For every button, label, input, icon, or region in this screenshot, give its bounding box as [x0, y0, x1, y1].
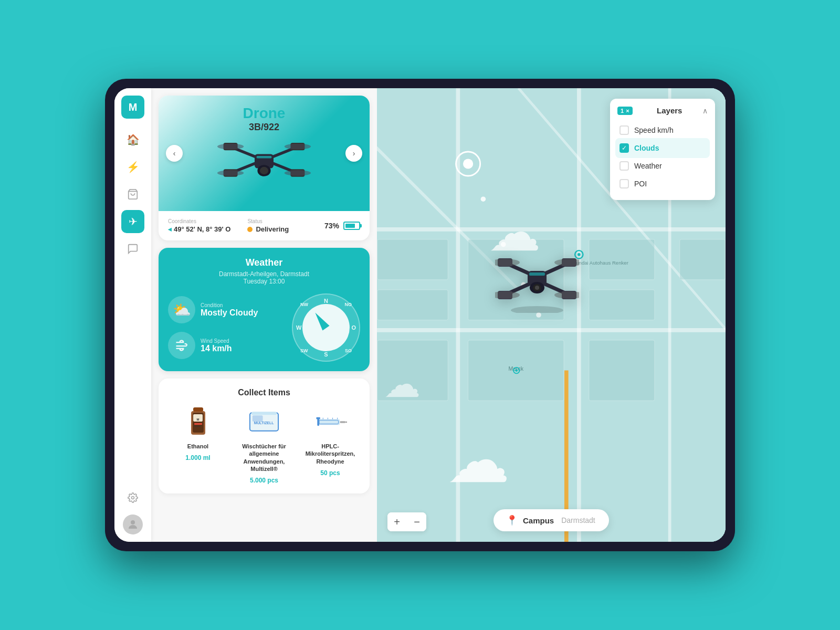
layer-label-speed: Speed km/h	[634, 126, 674, 134]
item-img-wipes: MULTIZELL	[247, 405, 281, 438]
layers-header: 1 × Layers ∧	[617, 106, 708, 115]
map-location-bar: 📍 Campus Darmstadt	[494, 509, 609, 531]
status-value: Delivering	[247, 225, 289, 233]
layer-item-clouds[interactable]: ✓ Clouds	[615, 138, 710, 158]
location-darmstadt: Darmstadt	[561, 516, 595, 524]
weather-card: Weather Darmstadt-Arheilgen, Darmstadt T…	[159, 248, 370, 371]
drone-title-block: Drone 3B/922	[159, 105, 370, 133]
sidebar-item-drone[interactable]: ✈	[121, 210, 144, 233]
wind-value: 14 km/h	[201, 344, 232, 353]
layers-chevron[interactable]: ∧	[702, 107, 708, 115]
prev-arrow[interactable]: ‹	[166, 145, 183, 162]
settings-icon[interactable]	[121, 486, 144, 509]
svg-point-14	[217, 144, 244, 150]
map-drone	[495, 247, 579, 310]
location-campus: Campus	[523, 516, 554, 525]
drone-image	[217, 122, 311, 201]
svg-rect-35	[340, 421, 345, 423]
svg-point-81	[495, 259, 520, 266]
zoom-out-button[interactable]: −	[407, 512, 426, 531]
collect-item-syringe: HPLC-Mikroliterspritzen, Rheodyne 50 pcs	[300, 405, 360, 484]
item-img-syringe	[313, 405, 347, 438]
sidebar-item-flash[interactable]: ⚡	[121, 155, 144, 178]
compass-inner	[302, 304, 350, 351]
svg-point-65	[481, 196, 486, 202]
drone-card: Drone 3B/922	[159, 96, 370, 240]
item-img-ethanol: M	[181, 405, 215, 438]
layer-item-weather[interactable]: Weather	[617, 157, 708, 175]
layer-checkbox-clouds[interactable]: ✓	[620, 143, 629, 153]
svg-point-63	[515, 369, 518, 372]
svg-point-82	[554, 259, 579, 266]
item-name-syringe: HPLC-Mikroliterspritzen, Rheodyne	[300, 443, 360, 465]
location-pin-icon: 📍	[506, 514, 518, 526]
compass-w: W	[296, 324, 301, 331]
coord-value: ◂ 49° 52' N, 8° 39' O	[168, 225, 230, 233]
collect-items: M Ethanol 1.000 ml	[168, 405, 360, 484]
svg-rect-18	[257, 156, 272, 159]
item-qty-wipes: 5.000 pcs	[250, 477, 278, 484]
layer-label-weather: Weather	[634, 162, 662, 170]
layer-checkbox-speed[interactable]	[620, 125, 629, 135]
status-label: Status	[247, 218, 289, 224]
layer-item-poi[interactable]: POI	[617, 175, 708, 193]
left-panel: Drone 3B/922	[151, 88, 377, 542]
sidebar: M 🏠 ⚡ ✈	[114, 88, 151, 542]
map-area[interactable]: Merck Hyundai Autohaus Renker Klein...	[377, 88, 726, 542]
svg-rect-56	[589, 340, 655, 401]
svg-point-72	[511, 306, 563, 313]
svg-rect-19	[193, 407, 203, 412]
svg-rect-25	[194, 426, 201, 427]
svg-point-83	[495, 291, 520, 299]
weather-title: Weather	[168, 257, 360, 268]
compass-e: O	[351, 324, 356, 331]
svg-text:MULTIZELL: MULTIZELL	[254, 421, 274, 424]
cloud-overlay-mid: ☁	[384, 363, 421, 406]
wind-label: Wind Speed	[201, 338, 232, 344]
layer-item-speed[interactable]: Speed km/h	[617, 121, 708, 139]
layers-badge: 1 ×	[617, 107, 633, 115]
tablet-frame: M 🏠 ⚡ ✈	[105, 79, 735, 551]
user-avatar[interactable]	[123, 514, 143, 534]
compass-s: S	[324, 351, 328, 358]
compass-nw: NW	[300, 302, 308, 307]
coord-icon: ◂	[168, 225, 172, 233]
svg-rect-53	[680, 239, 725, 280]
drone-card-footer: Coordinates ◂ 49° 52' N, 8° 39' O Status…	[159, 211, 370, 240]
collect-title: Collect Items	[168, 388, 360, 397]
condition-label: Condition	[201, 302, 258, 308]
sidebar-bottom	[121, 486, 144, 534]
collect-item-wipes: MULTIZELL Wischtücher für allgemeine Anw…	[234, 405, 294, 484]
status-block: Status Delivering	[247, 218, 289, 233]
next-arrow[interactable]: ›	[345, 145, 362, 162]
compass: N S W O NW NO SW SO	[292, 293, 360, 362]
layers-title: Layers	[657, 106, 682, 115]
svg-point-16	[217, 170, 244, 176]
svg-rect-86	[529, 272, 545, 276]
drone-name: Drone	[159, 105, 370, 122]
weather-location: Darmstadt-Arheilgen, Darmstadt	[168, 270, 360, 278]
sidebar-item-chat[interactable]	[121, 237, 144, 260]
status-dot	[247, 227, 253, 232]
layer-checkbox-poi[interactable]	[620, 179, 629, 188]
weather-condition-icon: ⛅	[168, 296, 195, 323]
battery-fill	[345, 224, 355, 228]
battery-icon	[343, 222, 360, 230]
item-qty-syringe: 50 pcs	[320, 469, 340, 477]
battery-block: 73%	[324, 222, 360, 230]
layer-checkbox-weather[interactable]	[620, 161, 629, 171]
collect-item-ethanol: M Ethanol 1.000 ml	[168, 405, 228, 484]
weather-body: ⛅ Condition Mostly Cloudy	[168, 293, 360, 362]
drone-card-image: Drone 3B/922	[159, 96, 370, 211]
layers-panel: 1 × Layers ∧ Speed km/h ✓ Clouds Weath	[610, 99, 715, 200]
svg-rect-48	[377, 239, 448, 280]
svg-point-1	[132, 497, 134, 499]
sidebar-item-cart[interactable]	[121, 183, 144, 206]
coord-label: Coordinates	[168, 218, 230, 224]
zoom-in-button[interactable]: +	[387, 512, 406, 531]
drone-id: 3B/922	[159, 122, 370, 133]
battery-pct: 73%	[324, 222, 339, 230]
compass-needle	[312, 310, 330, 331]
compass-sw: SW	[300, 348, 308, 353]
sidebar-item-home[interactable]: 🏠	[121, 128, 144, 151]
